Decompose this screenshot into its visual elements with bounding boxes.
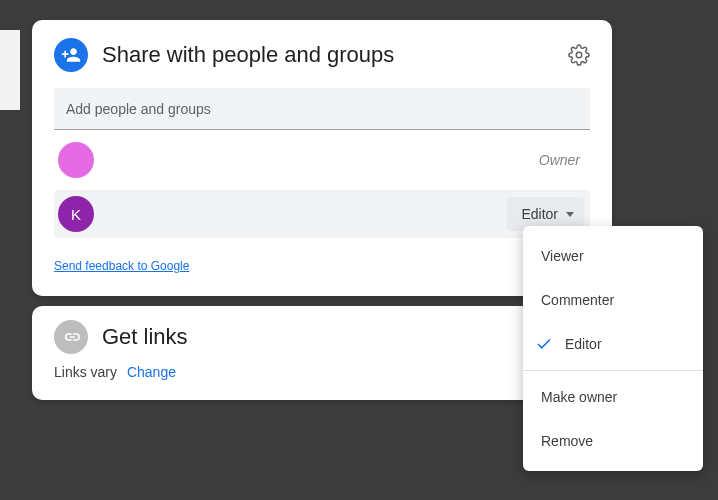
role-menu-item-viewer[interactable]: Viewer [523,234,703,278]
links-title: Get links [102,324,590,350]
change-link[interactable]: Change [127,364,176,380]
role-menu-item-commenter[interactable]: Commenter [523,278,703,322]
role-menu-item-label: Editor [565,336,602,352]
chevron-down-icon [566,212,574,217]
owner-label: Owner [539,152,580,168]
add-people-input-row[interactable] [54,88,590,130]
person-row: K Editor [54,190,590,238]
background-app-hint [0,30,20,110]
role-menu: Viewer Commenter Editor Make owner Remov… [523,226,703,471]
role-dropdown-label: Editor [521,206,558,222]
links-status-row: Links vary Change [54,364,590,380]
role-menu-item-label: Commenter [541,292,614,308]
links-status: Links vary [54,364,117,380]
role-menu-item-label: Make owner [541,389,617,405]
send-feedback-link[interactable]: Send feedback to Google [54,259,189,273]
avatar-initial: K [71,206,81,223]
person-row: Owner [54,136,590,184]
svg-point-0 [576,52,582,58]
add-people-input[interactable] [66,101,578,117]
link-icon [54,320,88,354]
avatar [58,142,94,178]
links-header: Get links [54,320,590,354]
role-menu-item-remove[interactable]: Remove [523,419,703,463]
menu-separator [523,370,703,371]
gear-icon[interactable] [568,44,590,66]
check-icon [535,335,553,353]
person-add-icon [54,38,88,72]
role-menu-item-editor[interactable]: Editor [523,322,703,366]
feedback-row: Send feedback to Google [54,256,590,274]
role-menu-item-make-owner[interactable]: Make owner [523,375,703,419]
avatar: K [58,196,94,232]
share-header: Share with people and groups [54,38,590,72]
role-menu-item-label: Viewer [541,248,584,264]
role-menu-item-label: Remove [541,433,593,449]
share-title: Share with people and groups [102,42,554,68]
